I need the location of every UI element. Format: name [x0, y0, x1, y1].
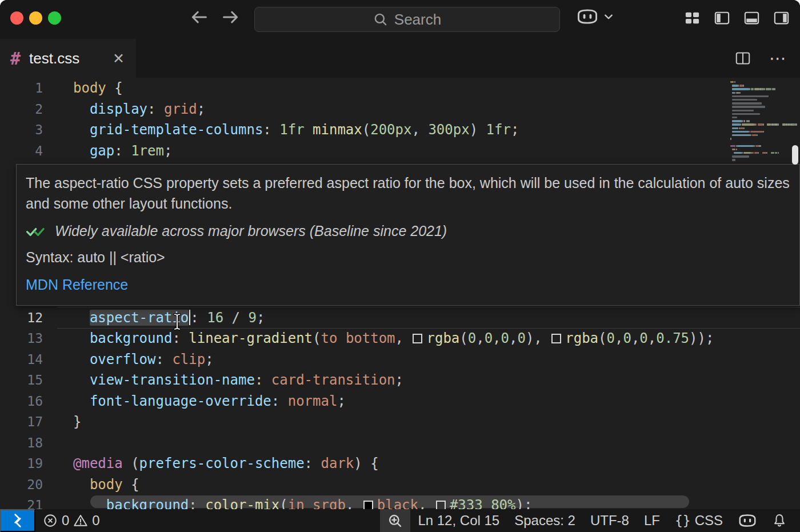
minimap-line [732, 149, 735, 150]
copilot-status[interactable] [730, 509, 765, 532]
minimap-line [766, 88, 770, 90]
back-button[interactable] [190, 10, 208, 25]
notifications-bell[interactable] [765, 509, 794, 532]
code-line[interactable]: 17} [0, 411, 800, 433]
code-token: , [648, 330, 656, 346]
close-tab-button[interactable]: ✕ [111, 50, 126, 67]
code-line[interactable]: 13 background: linear-gradient(to bottom… [0, 328, 800, 349]
encoding-indicator[interactable]: UTF-8 [583, 509, 637, 532]
code-token: : [156, 351, 173, 367]
code-token: ) [470, 122, 486, 138]
minimap-line [742, 123, 754, 125]
code-line[interactable]: 12 aspect-ratio: 16 / 9; [0, 307, 800, 329]
code-token: #333 [450, 497, 483, 509]
code-token: : [255, 372, 271, 388]
code-line[interactable]: 16 font-language-override: normal; [0, 391, 800, 412]
code-line[interactable]: 18 [0, 433, 800, 454]
minimap-line [749, 88, 750, 90]
hover-description: The aspect-ratio CSS property sets a pre… [26, 173, 790, 214]
code-token: 0 [639, 330, 647, 346]
toggle-panel-button[interactable] [743, 10, 760, 26]
code-token: : [189, 497, 205, 509]
problems-indicator[interactable]: 0 0 [35, 509, 107, 532]
code-token: dark [321, 455, 354, 471]
close-window-button[interactable] [10, 11, 23, 25]
cursor-position[interactable]: Ln 12, Col 15 [410, 509, 507, 532]
code-token: ) { [354, 455, 378, 471]
braces-icon: {} [675, 513, 691, 528]
editor[interactable]: 1body {2 display: grid;3 grid-template-c… [0, 78, 800, 509]
color-decorator-swatch[interactable] [363, 501, 373, 509]
minimap-line [766, 152, 767, 154]
minimap-line [771, 152, 774, 154]
minimap-line [730, 145, 735, 147]
code-token: ; [337, 393, 345, 409]
code-token [73, 497, 106, 509]
code-line[interactable]: 15 view-transition-name: card-transition… [0, 370, 800, 391]
color-decorator-swatch[interactable] [413, 334, 422, 343]
minimap-line [730, 81, 734, 83]
remote-indicator[interactable] [0, 509, 35, 532]
layout-sidebar-right-icon [773, 10, 790, 26]
customize-layout-button[interactable] [684, 10, 701, 26]
minimap-line [732, 134, 750, 136]
code-token: ( [313, 330, 321, 346]
code-line[interactable]: 2 display: grid; [0, 99, 800, 120]
minimap-line [742, 152, 743, 154]
code-token: { [106, 80, 123, 96]
code-text: font-language-override: normal; [57, 391, 800, 412]
code-token: 1fr [279, 122, 304, 138]
toggle-secondary-sidebar-button[interactable] [773, 10, 790, 26]
tab-test-css[interactable]: # test.css ✕ [0, 39, 136, 78]
code-token [305, 497, 313, 509]
code-token: , [346, 497, 362, 509]
language-mode[interactable]: {} CSS [667, 509, 730, 532]
code-token: grid [164, 101, 197, 117]
minimap-line [743, 127, 745, 129]
code-token: , [615, 330, 623, 346]
code-line[interactable]: 21 background: color-mix(in srgb, black,… [0, 495, 800, 509]
color-decorator-swatch[interactable] [551, 334, 561, 343]
copilot-menu[interactable] [576, 8, 616, 25]
code-line[interactable]: 20 body { [0, 474, 800, 495]
command-center-search[interactable]: Search [254, 7, 560, 32]
line-number: 4 [0, 141, 57, 162]
code-text: background: color-mix(in srgb, black, #3… [57, 495, 800, 509]
minimap-line [763, 123, 764, 125]
code-line[interactable]: 19@media (prefers-color-scheme: dark) { [0, 453, 800, 474]
mdn-reference-link[interactable]: MDN Reference [26, 277, 128, 293]
baseline-note: Widely available across major browsers (… [55, 223, 447, 239]
minimap-line [750, 134, 751, 136]
code-line[interactable]: 4 gap: 1rem; [0, 141, 800, 162]
minimap-line [730, 138, 731, 139]
code-line[interactable]: 1body { [0, 78, 800, 99]
code-token: linear-gradient [189, 330, 313, 346]
code-token: ; [205, 351, 213, 367]
code-token: 300px [428, 122, 469, 138]
code-line[interactable]: 14 overflow: clip; [0, 349, 800, 370]
code-token: , [395, 330, 412, 346]
code-token: gap [90, 143, 114, 159]
traffic-lights [10, 11, 61, 25]
zoom-window-button[interactable] [48, 11, 61, 25]
split-editor-button[interactable] [735, 50, 751, 66]
eol-indicator[interactable]: LF [637, 509, 667, 532]
minimap-line [740, 123, 741, 125]
forward-button[interactable] [222, 10, 240, 25]
minimize-window-button[interactable] [29, 11, 42, 25]
line-number: 20 [0, 474, 57, 495]
vertical-scrollbar-thumb[interactable] [792, 145, 798, 165]
mouse-cursor-ibeam [172, 313, 182, 330]
hover-syntax: Syntax: auto || <ratio> [26, 249, 790, 266]
error-icon [43, 513, 58, 528]
code-token [73, 310, 90, 326]
toggle-primary-sidebar-button[interactable] [714, 10, 730, 26]
color-decorator-swatch[interactable] [436, 501, 446, 509]
minimap-line [732, 159, 735, 161]
code-token: 200px [370, 122, 411, 138]
code-line[interactable]: 3 grid-template-columns: 1fr minmax(200p… [0, 119, 800, 141]
more-actions-button[interactable]: ⋯ [769, 50, 786, 67]
zoom-indicator[interactable] [380, 509, 410, 532]
code-text: overflow: clip; [57, 349, 800, 370]
indentation-indicator[interactable]: Spaces: 2 [507, 509, 583, 532]
